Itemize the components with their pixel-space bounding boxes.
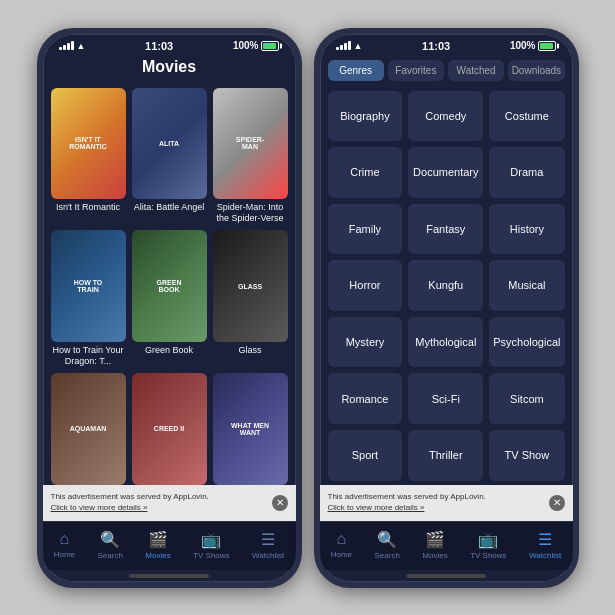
nav-icon-2-1: 🔍 xyxy=(377,530,397,549)
ad-text-1: This advertisement was served by AppLovi… xyxy=(51,492,209,513)
nav-item-1-tv-shows[interactable]: 📺TV Shows xyxy=(187,528,235,562)
movie-title-2: Spider-Man: Into the Spider-Verse xyxy=(213,202,288,224)
movie-poster-img-0: ISN'T IT ROMANTIC xyxy=(51,88,126,200)
tabs-row: GenresFavoritesWatchedDownloads xyxy=(320,54,573,87)
genre-btn-crime[interactable]: Crime xyxy=(328,147,403,198)
genre-btn-psychological[interactable]: Psychological xyxy=(489,317,564,368)
nav-icon-1-2: 🎬 xyxy=(148,530,168,549)
movie-poster-img-2: SPIDER- MAN xyxy=(213,88,288,200)
genre-btn-drama[interactable]: Drama xyxy=(489,147,564,198)
genre-btn-biography[interactable]: Biography xyxy=(328,91,403,142)
status-left-1: ▲ xyxy=(59,41,86,51)
movie-poster-1: ALITA xyxy=(132,88,207,200)
movie-title-5: Glass xyxy=(213,345,288,356)
nav-label-2-3: TV Shows xyxy=(470,551,506,560)
movie-poster-img-8: WHAT MEN WANT xyxy=(213,373,288,485)
battery-fill-2 xyxy=(540,43,553,49)
nav-icon-2-4: ☰ xyxy=(538,530,552,549)
movie-poster-7: CREED II xyxy=(132,373,207,485)
movie-card-8[interactable]: WHAT MEN WANTWhat Men Want xyxy=(213,373,288,485)
movie-title-0: Isn't It Romantic xyxy=(51,202,126,213)
wifi-icon-1: ▲ xyxy=(77,41,86,51)
nav-icon-1-3: 📺 xyxy=(201,530,221,549)
movie-card-2[interactable]: SPIDER- MANSpider-Man: Into the Spider-V… xyxy=(213,88,288,225)
genre-btn-romance[interactable]: Romance xyxy=(328,373,403,424)
genre-btn-kungfu[interactable]: Kungfu xyxy=(408,260,483,311)
movie-card-0[interactable]: ISN'T IT ROMANTICIsn't It Romantic xyxy=(51,88,126,225)
genre-btn-documentary[interactable]: Documentary xyxy=(408,147,483,198)
tab-genres[interactable]: Genres xyxy=(328,60,384,81)
genre-btn-thriller[interactable]: Thriller xyxy=(408,430,483,481)
genre-btn-sci-fi[interactable]: Sci-Fi xyxy=(408,373,483,424)
movie-poster-img-7: CREED II xyxy=(132,373,207,485)
nav-item-1-watchlist[interactable]: ☰Watchlist xyxy=(246,528,290,562)
tab-watched[interactable]: Watched xyxy=(448,60,504,81)
status-bar-2: ▲ 11:03 100% xyxy=(320,34,573,54)
movie-poster-6: AQUAMAN xyxy=(51,373,126,485)
movie-card-6[interactable]: AQUAMANAquaman xyxy=(51,373,126,485)
nav-item-2-movies[interactable]: 🎬Movies xyxy=(416,528,453,562)
movie-title-1: Alita: Battle Angel xyxy=(132,202,207,213)
nav-item-2-home[interactable]: ⌂Home xyxy=(325,528,358,561)
movie-poster-0: ISN'T IT ROMANTIC xyxy=(51,88,126,200)
movie-card-3[interactable]: HOW TO TRAINHow to Train Your Dragon: T.… xyxy=(51,230,126,367)
battery-pct-2: 100% xyxy=(510,40,536,51)
genres-grid: BiographyComedyCostumeCrimeDocumentaryDr… xyxy=(320,87,573,485)
genre-btn-family[interactable]: Family xyxy=(328,204,403,255)
ad-close-2[interactable]: ✕ xyxy=(549,495,565,511)
movie-card-1[interactable]: ALITAAlita: Battle Angel xyxy=(132,88,207,225)
genre-btn-horror[interactable]: Horror xyxy=(328,260,403,311)
home-indicator-2 xyxy=(406,574,486,578)
movie-card-4[interactable]: GREEN BOOKGreen Book xyxy=(132,230,207,367)
ad-close-1[interactable]: ✕ xyxy=(272,495,288,511)
genre-btn-mystery[interactable]: Mystery xyxy=(328,317,403,368)
movie-poster-4: GREEN BOOK xyxy=(132,230,207,342)
movie-poster-img-1: ALITA xyxy=(132,88,207,200)
bar3-2 xyxy=(344,43,347,50)
nav-item-2-tv-shows[interactable]: 📺TV Shows xyxy=(464,528,512,562)
phone-genres: ▲ 11:03 100% GenresFavoritesWatchedDownl… xyxy=(314,28,579,588)
nav-item-1-search[interactable]: 🔍Search xyxy=(92,528,129,562)
time-2: 11:03 xyxy=(422,40,450,52)
tab-downloads[interactable]: Downloads xyxy=(508,60,564,81)
page-title-1: Movies xyxy=(43,54,296,84)
bar2 xyxy=(63,45,66,50)
nav-item-1-movies[interactable]: 🎬Movies xyxy=(139,528,176,562)
nav-icon-2-0: ⌂ xyxy=(337,530,347,548)
genre-btn-musical[interactable]: Musical xyxy=(489,260,564,311)
genre-btn-comedy[interactable]: Comedy xyxy=(408,91,483,142)
home-indicator-1 xyxy=(129,574,209,578)
nav-item-2-watchlist[interactable]: ☰Watchlist xyxy=(523,528,567,562)
signal-bars-2 xyxy=(336,41,351,50)
genre-btn-history[interactable]: History xyxy=(489,204,564,255)
nav-label-1-1: Search xyxy=(98,551,123,560)
bar4 xyxy=(71,41,74,50)
movie-title-4: Green Book xyxy=(132,345,207,356)
bar1-2 xyxy=(336,47,339,50)
genre-btn-fantasy[interactable]: Fantasy xyxy=(408,204,483,255)
movie-card-7[interactable]: CREED IICreed II xyxy=(132,373,207,485)
nav-label-1-3: TV Shows xyxy=(193,551,229,560)
nav-label-1-0: Home xyxy=(54,550,75,559)
genre-btn-sitcom[interactable]: Sitcom xyxy=(489,373,564,424)
nav-icon-2-3: 📺 xyxy=(478,530,498,549)
signal-bars-1 xyxy=(59,41,74,50)
genre-btn-costume[interactable]: Costume xyxy=(489,91,564,142)
movies-grid[interactable]: ISN'T IT ROMANTICIsn't It RomanticALITAA… xyxy=(43,84,296,485)
bar3 xyxy=(67,43,70,50)
status-left-2: ▲ xyxy=(336,41,363,51)
status-right-1: 100% xyxy=(233,40,280,51)
movie-poster-2: SPIDER- MAN xyxy=(213,88,288,200)
nav-item-1-home[interactable]: ⌂Home xyxy=(48,528,81,561)
bottom-nav-1: ⌂Home🔍Search🎬Movies📺TV Shows☰Watchlist xyxy=(43,521,296,570)
genre-btn-mythological[interactable]: Mythological xyxy=(408,317,483,368)
movie-card-5[interactable]: GLASSGlass xyxy=(213,230,288,367)
status-bar-1: ▲ 11:03 100% xyxy=(43,34,296,54)
nav-item-2-search[interactable]: 🔍Search xyxy=(369,528,406,562)
genre-btn-sport[interactable]: Sport xyxy=(328,430,403,481)
nav-icon-1-4: ☰ xyxy=(261,530,275,549)
nav-icon-2-2: 🎬 xyxy=(425,530,445,549)
tab-favorites[interactable]: Favorites xyxy=(388,60,444,81)
nav-label-2-4: Watchlist xyxy=(529,551,561,560)
genre-btn-tv-show[interactable]: TV Show xyxy=(489,430,564,481)
